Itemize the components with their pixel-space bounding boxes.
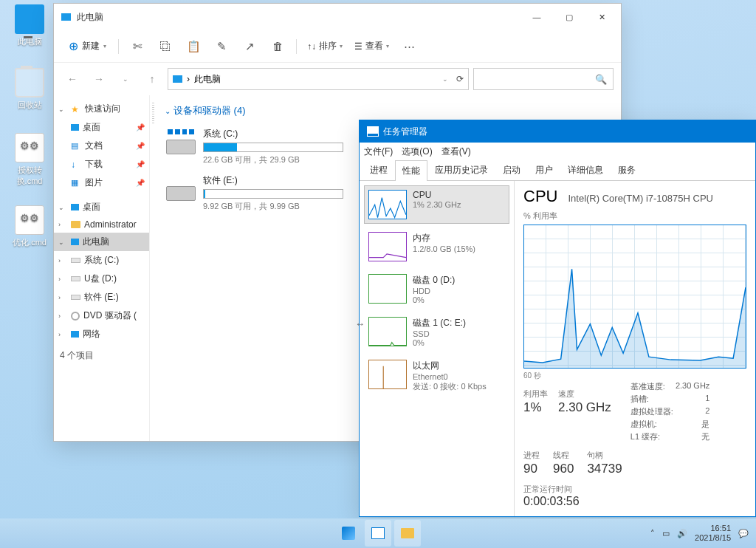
menu-view[interactable]: 查看(V)	[441, 145, 471, 158]
cut-button[interactable]: ✄	[125, 34, 150, 59]
delete-button[interactable]: 🗑	[265, 34, 290, 59]
drive-icon	[71, 258, 80, 263]
toolbar: ⊕新建▾ ✄ ⿻ 📋 ✎ ↗ 🗑 ↑↓ 排序 ▾ ☰ 查看 ▾ ⋯	[54, 30, 621, 63]
thispc-icon	[71, 239, 79, 245]
perf-main: CPUIntel(R) Core(TM) i7-10875H CPU % 利用率…	[515, 181, 755, 516]
tray-notifications-icon[interactable]: 💬	[738, 529, 749, 538]
download-icon: ↓	[71, 160, 81, 170]
item-count: 4 个项目	[54, 343, 149, 365]
paste-button[interactable]: 📋	[181, 34, 206, 59]
plus-icon: ⊕	[69, 39, 78, 53]
rename-button[interactable]: ✎	[209, 34, 234, 59]
perf-ethernet[interactable]: 以太网Ethernet0发送: 0 接收: 0 Kbps	[364, 355, 509, 397]
taskbar-taskmgr[interactable]	[365, 520, 391, 547]
picture-icon: ▦	[71, 178, 81, 188]
taskmgr-icon	[371, 527, 385, 539]
window-title: 此电脑	[77, 11, 520, 24]
pin-icon: 📌	[136, 123, 145, 131]
address-bar[interactable]: › 此电脑 ⌄ ⟳	[168, 68, 469, 90]
start-button[interactable]	[335, 520, 362, 547]
tab-startup[interactable]: 启动	[495, 160, 528, 180]
refresh-button[interactable]: ⟳	[456, 74, 464, 84]
maximize-button[interactable]: ▢	[553, 5, 585, 29]
stat-threads: 线程960	[553, 450, 574, 476]
sidebar-dvd[interactable]: ›DVD 驱动器 (	[54, 306, 149, 325]
folder-icon	[71, 221, 80, 228]
cpu-details: 基准速度:2.30 GHz 插槽:1 虚拟处理器:2 虚拟机:是 L1 缓存:无	[630, 381, 710, 442]
desktop-icon-recycle[interactable]: 回收站	[7, 68, 52, 111]
thispc-icon	[61, 13, 71, 21]
desktop-icon-cmd2[interactable]: 优化.cmd	[7, 205, 52, 248]
sidebar-desktop[interactable]: 桌面📌	[54, 118, 149, 137]
start-icon	[342, 527, 355, 540]
pin-icon: 📌	[136, 179, 145, 187]
drive-bar	[203, 189, 343, 199]
stat-proc: 进程90	[523, 450, 540, 476]
back-button[interactable]: ←	[61, 68, 83, 90]
sidebar-drive-d[interactable]: ›U盘 (D:)	[54, 270, 149, 288]
sidebar-resizer[interactable]	[150, 95, 156, 441]
tab-services[interactable]: 服务	[611, 160, 643, 180]
sidebar-drive-c[interactable]: ›系统 (C:)	[54, 251, 149, 270]
stat-speed: 速度2.30 GHz	[558, 388, 611, 442]
history-drop[interactable]: ⌄	[114, 68, 137, 90]
sidebar-pictures[interactable]: ▦图片📌	[54, 174, 149, 192]
uptime: 正常运行时间0:00:03:56	[523, 484, 746, 508]
sidebar-admin[interactable]: ›Administrator	[54, 216, 149, 233]
desktop-icon-cmd1[interactable]: 授权转换.cmd	[7, 133, 52, 187]
tray-up-icon[interactable]: ˄	[650, 529, 655, 538]
sidebar-network[interactable]: ›网络	[54, 325, 149, 343]
tray-volume-icon[interactable]: 🔊	[677, 529, 687, 538]
sort-button[interactable]: ↑↓ 排序 ▾	[303, 34, 347, 59]
tray-display-icon[interactable]: ▭	[662, 529, 670, 538]
sidebar-downloads[interactable]: ↓下载📌	[54, 155, 149, 174]
chevron-down-icon[interactable]: ⌄	[442, 75, 448, 83]
sidebar-drive-e[interactable]: ›软件 (E:)	[54, 288, 149, 306]
sidebar-documents[interactable]: ▤文档📌	[54, 137, 149, 155]
copy-button[interactable]: ⿻	[153, 34, 178, 59]
memory-thumb	[368, 232, 407, 261]
desktop-icon-thispc[interactable]: 此电脑	[7, 4, 52, 47]
resize-handle[interactable]: ↔	[355, 318, 368, 329]
taskbar-explorer[interactable]	[394, 520, 421, 547]
view-button[interactable]: ☰ 查看 ▾	[350, 34, 394, 59]
minimize-button[interactable]: —	[520, 5, 553, 29]
tray-clock[interactable]: 16:512021/8/15	[695, 524, 731, 543]
nav-row: ← → ⌄ ↑ › 此电脑 ⌄ ⟳ 🔍	[54, 63, 621, 95]
stat-util: 利用率1%	[523, 388, 548, 442]
drive-icon	[166, 174, 196, 201]
explorer-titlebar[interactable]: 此电脑 — ▢ ✕	[54, 4, 621, 30]
search-icon: 🔍	[595, 74, 607, 85]
up-button[interactable]: ↑	[141, 68, 163, 90]
close-button[interactable]: ✕	[585, 5, 618, 29]
search-input[interactable]: 🔍	[473, 68, 614, 90]
perf-disk1[interactable]: 磁盘 1 (C: E:)SSD0%	[364, 312, 509, 352]
menu-file[interactable]: 文件(F)	[364, 145, 393, 158]
perf-disk0[interactable]: 磁盘 0 (D:)HDD0%	[364, 270, 509, 309]
net-thumb	[368, 360, 407, 389]
sidebar-quick-access[interactable]: ⌄★快速访问	[54, 100, 149, 118]
cpu-title: CPU	[523, 187, 557, 206]
tab-processes[interactable]: 进程	[362, 160, 395, 180]
perf-cpu[interactable]: CPU1% 2.30 GHz	[364, 185, 509, 224]
taskmgr-titlebar[interactable]: 任务管理器	[360, 120, 755, 143]
desktop-icon	[71, 204, 79, 210]
drive-icon	[71, 276, 80, 281]
sidebar-thispc[interactable]: ⌄此电脑	[54, 233, 149, 251]
menu-options[interactable]: 选项(O)	[402, 145, 432, 158]
tab-details[interactable]: 详细信息	[560, 160, 611, 180]
folder-icon	[401, 528, 414, 538]
stat-handles: 句柄34739	[587, 450, 622, 476]
tab-apphistory[interactable]: 应用历史记录	[427, 160, 495, 180]
tab-users[interactable]: 用户	[528, 160, 560, 180]
forward-button[interactable]: →	[88, 68, 110, 90]
menubar: 文件(F) 选项(O) 查看(V)	[360, 143, 755, 160]
star-icon: ★	[71, 104, 81, 114]
perf-memory[interactable]: 内存1.2/8.0 GB (15%)	[364, 227, 509, 266]
new-button[interactable]: ⊕新建▾	[63, 34, 112, 59]
sidebar-desk-section[interactable]: ⌄桌面	[54, 198, 149, 216]
share-button[interactable]: ↗	[237, 34, 262, 59]
more-button[interactable]: ⋯	[396, 34, 422, 59]
network-icon	[71, 331, 79, 338]
tab-performance[interactable]: 性能	[395, 160, 427, 181]
